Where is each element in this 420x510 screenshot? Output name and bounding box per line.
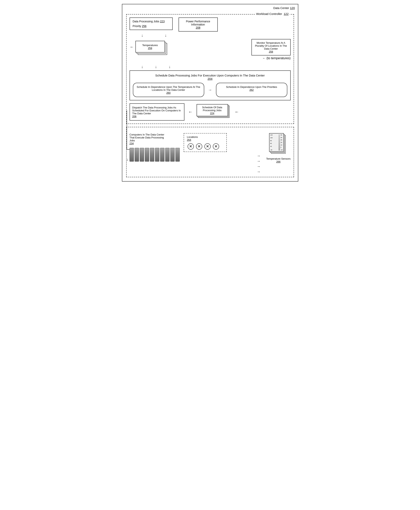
schedule-main-text: Schedule Data Processing Jobs For Execut… (133, 74, 287, 77)
dispatch-ref: 206 (132, 115, 137, 118)
computers-ref: 234 (129, 142, 134, 145)
tower-5 (150, 148, 154, 162)
tower-1 (129, 148, 134, 162)
arrow-bottom-left: ↓ (127, 157, 128, 162)
computer-towers (129, 148, 180, 162)
x-symbol-1: ✕ (188, 143, 194, 150)
tower-4 (145, 148, 149, 162)
schedule-of-ref: 224 (210, 112, 214, 115)
tower-9 (170, 148, 175, 162)
schedule-priority-ref: 262 (249, 88, 254, 91)
arrow-from-monitor: ← (to temperatures) (251, 56, 291, 60)
arrow-from-power: ↓ (165, 33, 167, 37)
bottom-layout: Computers In The Data Center That Execut… (129, 133, 291, 174)
arrow-left-down: ↓ (141, 65, 143, 69)
monitor-temperature-box: Monitor Temperature At A Plurality Of Lo… (251, 39, 291, 55)
monitor-text: Monitor Temperature At A Plurality Of Lo… (255, 41, 287, 50)
data-processing-line1: Data Processing Jobs 223 (133, 20, 170, 23)
data-processing-box: Data Processing Jobs 223 Priority 256 (129, 17, 173, 30)
right-scale: 50 40 30 20 10 0 -40 (281, 134, 283, 151)
tower-3 (140, 148, 144, 162)
locations-label: Locations 264 (187, 136, 223, 141)
temperatures-stack: Temperatures 259 ← (135, 41, 168, 58)
arrows-to-sensors: → → → → (184, 154, 261, 174)
temperatures-ref: 259 (148, 47, 152, 50)
power-ref: 208 (182, 26, 215, 29)
diagram-outer: Data Center 120 Workload Controller 122 … (122, 4, 298, 182)
schedule-of-text: Schedule Of Data Processing Jobs (197, 106, 228, 112)
power-line1: Power Performance (182, 20, 215, 23)
dispatch-text: Dispatch The Data Processing Jobs As Sch… (132, 106, 181, 115)
power-performance-box: Power Performance Information 208 (179, 17, 218, 31)
arrow-between-rounded: → (208, 83, 212, 97)
schedule-main-box: Schedule Data Processing Jobs For Execut… (129, 70, 291, 100)
sensor-stack: 120 100 80 60 40 -40 50 40 30 20 (269, 133, 288, 156)
sensors-label: Temperature Sensors 266 (266, 157, 291, 163)
locations-area: Locations 264 ✕ ✕ ✕ ✕ → → → → (184, 133, 262, 174)
arrow-right-down: ↓ (169, 65, 171, 69)
arrow-sensor-3: → (257, 165, 260, 169)
x-symbols-row: ✕ ✕ ✕ ✕ (187, 143, 223, 150)
schedule-priority-box: Schedule In Dependence Upon The Prioriti… (216, 83, 287, 97)
workload-controller-box: Workload Controller 122 Data Processing … (126, 14, 294, 124)
schedule-temp-text: Schedule In Dependence Upon The Temperat… (137, 85, 200, 91)
sensor-front: 120 100 80 60 40 -40 50 40 30 20 (269, 133, 284, 152)
computers-label: Computers In The Data Center That Execut… (129, 133, 165, 145)
arrow-from-jobs: ↓ (141, 33, 143, 37)
schedule-priority-text: Schedule In Dependence Upon The Prioriti… (226, 85, 277, 88)
schedule-temp-box: Schedule In Dependence Upon The Temperat… (133, 83, 204, 97)
computers-section: Computers In The Data Center That Execut… (129, 133, 180, 162)
monitor-box-area: Monitor Temperature At A Plurality Of Lo… (251, 39, 291, 60)
power-line2: Information (182, 23, 215, 26)
workload-controller-label: Workload Controller 122 (255, 12, 290, 15)
left-vertical-line (127, 110, 129, 150)
schedule-temp-ref: 260 (166, 91, 171, 94)
dispatch-box: Dispatch The Data Processing Jobs As Sch… (129, 103, 184, 121)
middle-row: Temperatures 259 ← Monitor Temperature A… (129, 39, 291, 60)
priority-line: Priority 256 (133, 24, 170, 28)
arrow-sensor-2: → (257, 159, 260, 163)
arrow-to-dispatch: ← (188, 109, 193, 114)
locations-dashed-box: Locations 264 ✕ ✕ ✕ ✕ (184, 133, 227, 152)
tower-6 (155, 148, 159, 162)
data-center-bottom: Computers In The Data Center That Execut… (126, 127, 294, 177)
monitor-ref: 258 (269, 50, 273, 53)
tower-7 (160, 148, 165, 162)
tower-2 (135, 148, 139, 162)
x-symbol-4: ✕ (213, 143, 219, 150)
sensors-visual: 120 100 80 60 40 -40 50 40 30 20 (266, 133, 291, 163)
tower-10 (175, 148, 180, 162)
arrow-sensor-1: → (257, 154, 260, 158)
left-scale: 120 100 80 60 40 -40 (270, 134, 278, 151)
inner-rounded-row: Schedule In Dependence Upon The Temperat… (133, 83, 287, 97)
data-center-label: Data Center 120 (273, 6, 295, 10)
arrow-center-down: ↓ (155, 65, 157, 69)
dispatch-row: Dispatch The Data Processing Jobs As Sch… (129, 103, 291, 121)
temperatures-label: Temperatures (142, 44, 158, 47)
computers-text: Computers In The Data Center That Execut… (129, 133, 165, 142)
schedule-main-ref: 204 (208, 77, 212, 80)
x-symbol-3: ✕ (204, 143, 211, 150)
arrow-into-temperatures: ← (130, 45, 134, 49)
x-symbol-2: ✕ (196, 143, 202, 150)
schedule-of-stack: Schedule Of Data Processing Jobs 224 (197, 104, 231, 120)
arrow-from-right: ← (235, 109, 239, 114)
tower-8 (165, 148, 170, 162)
arrow-sensor-4: → (257, 170, 260, 174)
